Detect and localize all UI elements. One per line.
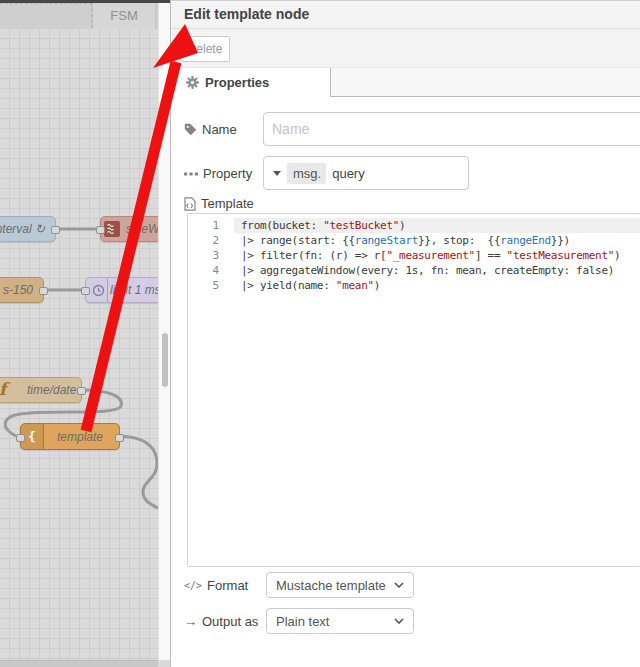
flow-tab-fsm[interactable]: FSM xyxy=(92,3,156,29)
code-line[interactable]: |> range(start: {{rangeStart}}, stop: {{… xyxy=(234,233,640,248)
flow-canvas: FSM interval ↻sineWs-150limit 1 msftime/… xyxy=(0,0,170,667)
node-label: time/date xyxy=(27,378,76,402)
node-template[interactable]: {template xyxy=(20,423,120,450)
code-line[interactable]: from(bucket: "testBucket") xyxy=(234,218,640,233)
line-number: 2 xyxy=(188,233,234,248)
code-line[interactable]: |> yield(name: "mean") xyxy=(234,278,640,293)
output-label-group: → Output as xyxy=(184,614,258,629)
node-port-left[interactable] xyxy=(96,226,105,234)
property-label: Property xyxy=(203,166,252,181)
edit-node-panel: Edit template node Delete Properties xyxy=(170,0,640,667)
output-select-value: Plain text xyxy=(276,614,329,629)
panel-header: Edit template node xyxy=(171,0,640,29)
node-time-date[interactable]: ftime/date xyxy=(0,377,82,403)
node-limit[interactable]: limit 1 ms xyxy=(85,277,158,303)
line-number: 3 xyxy=(188,248,234,263)
chevron-down-icon[interactable] xyxy=(273,171,281,176)
tab-properties[interactable]: Properties xyxy=(171,68,331,97)
node-label: limit 1 ms xyxy=(110,278,158,302)
msg-prefix[interactable]: msg. xyxy=(287,163,326,184)
node-label: sineW xyxy=(126,217,158,241)
select-chevron-icon xyxy=(394,618,404,624)
node-label: s-150 xyxy=(3,278,33,302)
editor-code-area[interactable]: from(bucket: "testBucket")|> range(start… xyxy=(234,214,640,566)
node-label: interval ↻ xyxy=(0,217,45,241)
output-row: → Output as Plain text xyxy=(171,608,640,634)
ellipsis-icon xyxy=(184,172,198,176)
panel-toolbar: Delete xyxy=(171,29,640,68)
line-number: 5 xyxy=(188,278,234,293)
gear-icon xyxy=(186,76,199,89)
arrow-right-icon: → xyxy=(184,614,197,629)
property-value-input[interactable]: query xyxy=(332,166,365,181)
function-icon: f xyxy=(0,379,6,399)
sine-icon xyxy=(103,217,121,241)
name-label-group: Name xyxy=(184,122,237,137)
node-port-right[interactable] xyxy=(39,287,48,295)
template-label: Template xyxy=(201,196,254,211)
format-select[interactable]: Mustache template xyxy=(266,572,414,598)
flow-tab-current[interactable] xyxy=(0,3,92,28)
output-label: Output as xyxy=(202,614,258,629)
clock-icon xyxy=(89,278,108,302)
code-line[interactable]: |> filter(fn: (r) => r["_measurement"] =… xyxy=(234,248,640,263)
select-chevron-icon xyxy=(394,582,404,588)
code-line[interactable]: |> aggregateWindow(every: 1s, fn: mean, … xyxy=(234,263,640,278)
node-sinewave[interactable]: sineW xyxy=(100,216,158,242)
node-s-150[interactable]: s-150 xyxy=(0,277,44,303)
tab-properties-label: Properties xyxy=(205,75,269,90)
file-code-icon xyxy=(184,197,196,211)
flow-tab-bar: FSM xyxy=(0,3,158,29)
format-label-group: </> Format xyxy=(184,578,248,593)
code-brackets-icon: </> xyxy=(184,580,202,591)
name-label: Name xyxy=(202,122,237,137)
node-port-left[interactable] xyxy=(81,287,90,295)
property-input-group[interactable]: msg. query xyxy=(263,156,469,190)
format-select-value: Mustache template xyxy=(276,578,386,593)
flow-wires xyxy=(0,29,158,660)
node-interval[interactable]: interval ↻ xyxy=(0,216,56,242)
canvas-footer-bar xyxy=(0,660,158,667)
panel-tab-row: Properties xyxy=(171,68,640,97)
output-select[interactable]: Plain text xyxy=(266,608,414,634)
editor-gutter: 12345 xyxy=(188,214,234,566)
tag-icon xyxy=(184,123,197,136)
node-label: template xyxy=(57,424,103,449)
canvas-scrollbar-track xyxy=(158,3,170,660)
panel-title: Edit template node xyxy=(171,1,640,28)
template-label-group: Template xyxy=(184,196,254,211)
format-label: Format xyxy=(207,578,248,593)
property-label-group: Property xyxy=(184,166,252,181)
canvas-scrollbar-thumb[interactable] xyxy=(162,333,168,387)
node-port-left[interactable] xyxy=(16,434,25,442)
template-code-editor[interactable]: 12345 from(bucket: "testBucket")|> range… xyxy=(187,213,640,567)
node-port-right[interactable] xyxy=(51,226,60,234)
node-port-right[interactable] xyxy=(77,387,86,395)
canvas-grid: interval ↻sineWs-150limit 1 msftime/date… xyxy=(0,29,158,660)
name-row: Name xyxy=(171,112,640,146)
property-row: Property msg. query xyxy=(171,156,640,190)
name-input[interactable] xyxy=(263,112,640,146)
node-port-right[interactable] xyxy=(115,434,124,442)
line-number: 4 xyxy=(188,263,234,278)
format-row: </> Format Mustache template xyxy=(171,572,640,598)
delete-button[interactable]: Delete xyxy=(180,36,230,62)
line-number: 1 xyxy=(188,218,234,233)
